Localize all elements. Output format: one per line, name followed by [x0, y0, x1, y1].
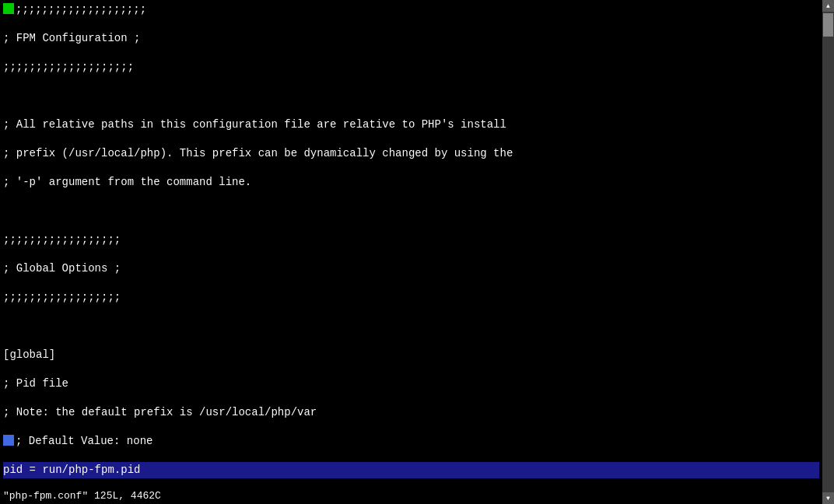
line-11: ;;;;;;;;;;;;;;;;;;	[3, 289, 819, 306]
line-15: ; Note: the default prefix is /usr/local…	[3, 404, 819, 421]
line-12	[3, 318, 819, 334]
scrollbar[interactable]: ▲ ▼	[822, 0, 834, 504]
editor-container: ;;;;;;;;;;;;;;;;;;;; ; FPM Configuration…	[0, 0, 834, 504]
line-8	[3, 203, 819, 219]
line-13: [global]	[3, 347, 819, 363]
line-3: ;;;;;;;;;;;;;;;;;;;;	[3, 59, 819, 75]
scrollbar-thumb[interactable]	[823, 13, 833, 37]
code-block: ;;;;;;;;;;;;;;;;;;;; ; FPM Configuration…	[0, 0, 822, 504]
line-16: ; Default Value: none	[3, 433, 819, 450]
line-2: ; FPM Configuration ;	[3, 30, 819, 47]
line-1: ;;;;;;;;;;;;;;;;;;;;	[3, 2, 819, 18]
code-area: ;;;;;;;;;;;;;;;;;;;; ; FPM Configuration…	[0, 0, 822, 504]
status-filename: "php-fpm.conf"	[3, 490, 88, 502]
status-bar: "php-fpm.conf" 125L, 4462C	[0, 487, 811, 504]
line-14: ; Pid file	[3, 376, 819, 392]
line-6: ; prefix (/usr/local/php). This prefix c…	[3, 145, 819, 162]
line-17-highlighted: pid = run/php-fpm.pid	[3, 462, 819, 478]
status-line-count: 125L,	[94, 490, 124, 502]
line-4	[3, 88, 819, 104]
status-char-count: 4462C	[131, 490, 161, 502]
green-cursor-indicator	[3, 3, 14, 14]
line-5: ; All relative paths in this configurati…	[3, 117, 819, 133]
line-7: ; '-p' argument from the command line.	[3, 174, 819, 191]
line-10: ; Global Options ;	[3, 261, 819, 277]
blue-cursor-indicator	[3, 435, 14, 446]
scrollbar-up-arrow[interactable]: ▲	[822, 0, 834, 12]
scrollbar-down-arrow[interactable]: ▼	[822, 492, 834, 504]
line-9: ;;;;;;;;;;;;;;;;;;	[3, 232, 819, 248]
